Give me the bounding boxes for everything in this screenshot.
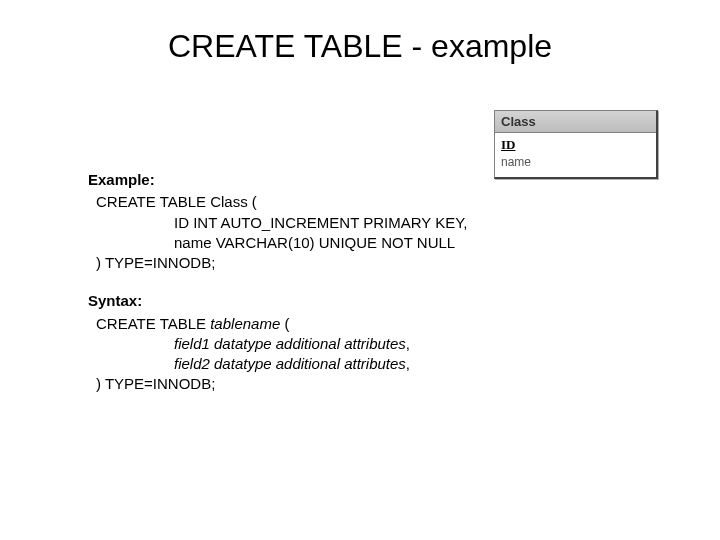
table-header: Class xyxy=(495,111,656,133)
content-area: Example: CREATE TABLE Class ( ID INT AUT… xyxy=(88,170,648,413)
code-line: ) TYPE=INNODB; xyxy=(96,374,648,394)
code-line: name VARCHAR(10) UNIQUE NOT NULL xyxy=(96,233,648,253)
example-label: Example: xyxy=(88,170,648,190)
code-line: ) TYPE=INNODB; xyxy=(96,253,648,273)
syntax-label: Syntax: xyxy=(88,291,648,311)
slide: CREATE TABLE - example Class ID name Exa… xyxy=(0,0,720,540)
syntax-code: CREATE TABLE tablename ( field1 datatype… xyxy=(88,314,648,395)
code-line: CREATE TABLE tablename ( xyxy=(96,314,648,334)
code-text: ( xyxy=(280,315,289,332)
code-text-italic: field2 datatype additional attributes xyxy=(174,355,406,372)
code-line: CREATE TABLE Class ( xyxy=(96,192,648,212)
page-title: CREATE TABLE - example xyxy=(0,0,720,75)
code-line: field2 datatype additional attributes, xyxy=(96,354,648,374)
code-line: field1 datatype additional attributes, xyxy=(96,334,648,354)
class-table-diagram: Class ID name xyxy=(494,110,658,179)
example-code: CREATE TABLE Class ( ID INT AUTO_INCREME… xyxy=(88,192,648,273)
code-text-italic: tablename xyxy=(210,315,280,332)
code-text: , xyxy=(406,335,410,352)
table-field: name xyxy=(501,154,650,171)
code-text-italic: field1 datatype additional attributes xyxy=(174,335,406,352)
table-field-pk: ID xyxy=(501,137,650,154)
code-line: ID INT AUTO_INCREMENT PRIMARY KEY, xyxy=(96,213,648,233)
code-text: , xyxy=(406,355,410,372)
code-text: CREATE TABLE xyxy=(96,315,210,332)
